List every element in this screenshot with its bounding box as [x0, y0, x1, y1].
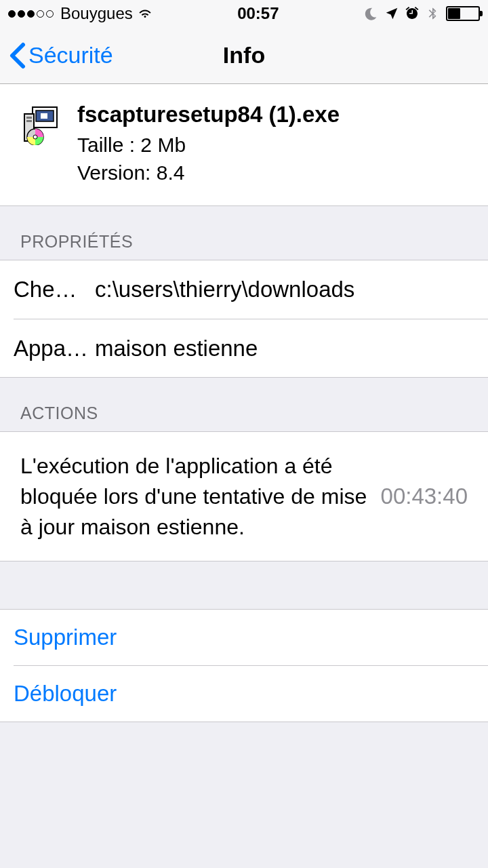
path-key: Chemin...: [14, 277, 95, 302]
action-description-row[interactable]: L'exécution de l'application a été bloqu…: [0, 432, 488, 561]
moon-icon: [363, 5, 380, 22]
wifi-icon: [137, 5, 153, 22]
section-header-properties: PROPRIÉTÉS: [0, 206, 488, 260]
buttons-list: Supprimer Débloquer: [0, 609, 488, 722]
back-button[interactable]: Sécurité: [9, 42, 113, 69]
carrier-label: Bouygues: [60, 4, 133, 23]
row-device[interactable]: Appareil maison estienne: [14, 319, 488, 377]
battery-icon: [446, 6, 480, 21]
device-key: Appareil: [14, 336, 95, 361]
delete-label: Supprimer: [14, 625, 117, 650]
svg-rect-4: [26, 117, 32, 119]
delete-button[interactable]: Supprimer: [0, 610, 488, 665]
svg-point-7: [33, 135, 37, 139]
status-left: Bouygues: [8, 4, 153, 23]
device-value: maison estienne: [95, 336, 468, 361]
section-header-actions: ACTIONS: [0, 378, 488, 431]
status-time: 00:57: [237, 4, 279, 23]
svg-rect-2: [41, 113, 47, 119]
unblock-button[interactable]: Débloquer: [14, 665, 488, 722]
file-info-card: fscapturesetup84 (1).exe Taille : 2 Mb V…: [0, 84, 488, 206]
unblock-label: Débloquer: [14, 681, 117, 706]
back-label: Sécurité: [28, 42, 113, 68]
status-bar: Bouygues 00:57: [0, 0, 488, 27]
status-right: [363, 5, 480, 22]
file-installer-icon: [20, 104, 61, 145]
actions-list: L'exécution de l'application a été bloqu…: [0, 431, 488, 561]
chevron-back-icon: [9, 42, 26, 69]
file-version: Version: 8.4: [77, 159, 468, 187]
action-description: L'exécution de l'application a été bloqu…: [20, 451, 369, 542]
nav-bar: Sécurité Info: [0, 27, 488, 84]
file-name: fscapturesetup84 (1).exe: [77, 102, 468, 127]
file-size: Taille : 2 Mb: [77, 132, 468, 159]
page-title: Info: [223, 42, 265, 68]
properties-list: Chemin... c:\users\thierry\downloads App…: [0, 260, 488, 378]
bluetooth-icon: [424, 5, 441, 22]
location-icon: [384, 5, 400, 22]
row-path[interactable]: Chemin... c:\users\thierry\downloads: [0, 260, 488, 319]
svg-rect-5: [26, 120, 32, 122]
path-value: c:\users\thierry\downloads: [95, 277, 468, 302]
alarm-icon: [404, 5, 420, 22]
signal-strength-icon: [8, 10, 54, 18]
action-time: 00:43:40: [381, 484, 468, 509]
